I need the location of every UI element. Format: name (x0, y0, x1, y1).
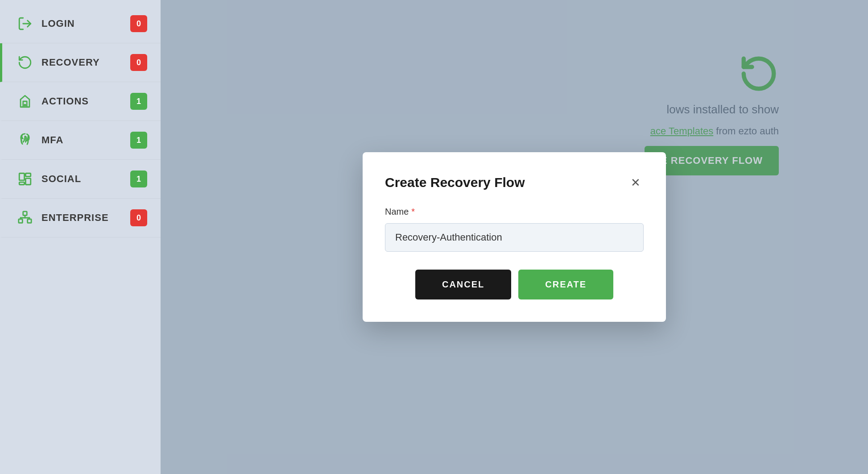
modal-title: Create Recovery Flow (385, 175, 525, 190)
sidebar-badge-mfa: 1 (130, 132, 147, 149)
recovery-icon (16, 53, 34, 72)
sidebar-badge-login: 0 (130, 15, 147, 32)
main-content: lows installed to show ace Templates fro… (161, 0, 868, 474)
sidebar-label-enterprise: ENTERPRISE (41, 212, 130, 224)
name-field-label: Name * (385, 207, 644, 217)
modal-actions: CANCEL CREATE (385, 270, 644, 299)
sidebar-badge-recovery: 0 (130, 54, 147, 71)
svg-rect-4 (25, 179, 30, 185)
social-icon (16, 170, 34, 188)
sidebar-badge-actions: 1 (130, 93, 147, 110)
modal-header: Create Recovery Flow ✕ (385, 175, 644, 191)
mfa-icon (16, 131, 34, 150)
sidebar-item-recovery[interactable]: RECOVERY 0 (0, 43, 161, 82)
svg-rect-2 (19, 173, 24, 180)
sidebar-item-mfa[interactable]: MFA 1 (0, 121, 161, 160)
name-input[interactable] (385, 223, 644, 252)
create-recovery-flow-modal: Create Recovery Flow ✕ Name * CANCEL CRE… (363, 152, 666, 322)
modal-overlay: Create Recovery Flow ✕ Name * CANCEL CRE… (161, 0, 868, 474)
create-button[interactable]: CREATE (518, 270, 613, 299)
sidebar-badge-enterprise: 0 (130, 209, 147, 226)
actions-icon (16, 92, 34, 111)
modal-close-button[interactable]: ✕ (628, 175, 644, 191)
name-label-text: Name (385, 207, 409, 217)
sidebar-label-recovery: RECOVERY (41, 57, 130, 68)
svg-point-1 (25, 104, 26, 106)
sidebar: LOGIN 0 RECOVERY 0 ACTIONS 1 (0, 0, 161, 474)
login-icon (16, 14, 34, 33)
enterprise-icon (16, 208, 34, 227)
svg-rect-5 (19, 182, 24, 185)
sidebar-label-login: LOGIN (41, 18, 130, 29)
svg-rect-3 (25, 173, 30, 176)
cancel-button[interactable]: CANCEL (415, 270, 511, 299)
sidebar-label-actions: ACTIONS (41, 96, 130, 107)
sidebar-item-actions[interactable]: ACTIONS 1 (0, 82, 161, 121)
required-indicator: * (411, 207, 415, 217)
sidebar-item-social[interactable]: SOCIAL 1 (0, 160, 161, 199)
sidebar-label-mfa: MFA (41, 134, 130, 146)
sidebar-item-enterprise[interactable]: ENTERPRISE 0 (0, 199, 161, 237)
sidebar-label-social: SOCIAL (41, 173, 130, 185)
sidebar-badge-social: 1 (130, 170, 147, 187)
sidebar-item-login[interactable]: LOGIN 0 (0, 4, 161, 43)
